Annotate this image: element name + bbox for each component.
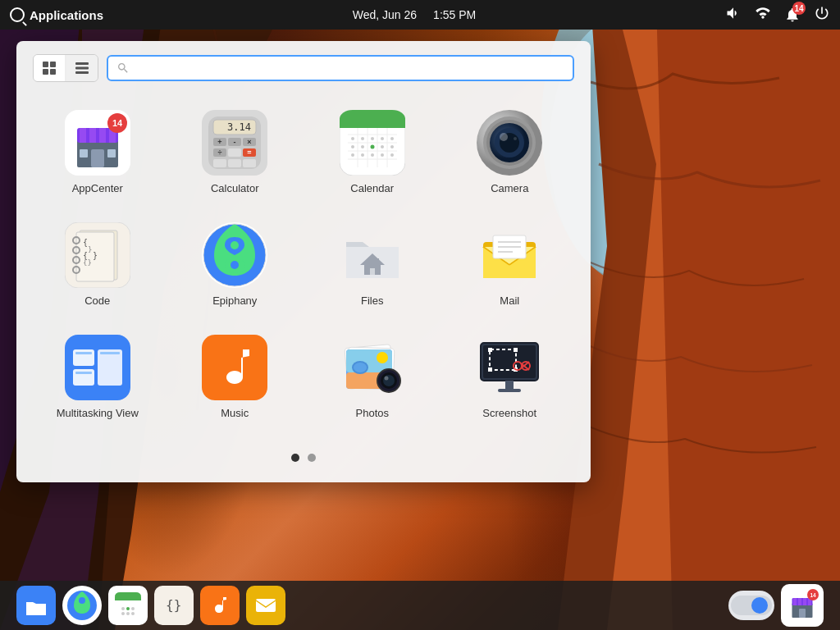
music-icon: [202, 335, 267, 400]
svg-text:14: 14: [112, 118, 123, 128]
dock: {} 14: [0, 581, 840, 630]
svg-point-147: [131, 612, 135, 615]
svg-point-61: [351, 153, 354, 157]
svg-rect-110: [202, 335, 267, 400]
svg-rect-156: [798, 598, 801, 605]
svg-point-118: [377, 352, 388, 363]
epiphany-icon: [202, 222, 267, 288]
svg-point-60: [390, 145, 394, 148]
app-item-camera[interactable]: Camera: [445, 100, 575, 204]
camera-icon: [477, 110, 542, 176]
app-item-music[interactable]: Music: [171, 325, 300, 429]
search-icon: [10, 7, 25, 22]
power-icon[interactable]: [814, 5, 830, 25]
svg-text:÷: ÷: [218, 148, 222, 157]
dock-item-appcenter[interactable]: 14: [781, 584, 824, 627]
svg-rect-107: [75, 352, 92, 354]
svg-point-73: [514, 137, 517, 140]
svg-point-58: [370, 145, 374, 149]
svg-rect-127: [514, 348, 518, 352]
svg-point-63: [371, 153, 374, 157]
svg-rect-38: [228, 159, 241, 167]
app-item-calendar[interactable]: Calendar: [308, 100, 437, 204]
app-item-files[interactable]: Files: [308, 212, 437, 317]
app-menu-label: Applications: [30, 8, 103, 22]
svg-rect-5: [50, 69, 56, 75]
calculator-icon: 3.14 + - × ÷ =: [202, 110, 267, 176]
svg-rect-13: [80, 128, 86, 143]
svg-rect-155: [793, 598, 797, 605]
svg-point-143: [126, 607, 130, 610]
dock-item-epiphany[interactable]: [62, 586, 102, 625]
time-label: 1:55 PM: [433, 8, 476, 21]
svg-point-55: [390, 137, 394, 140]
app-item-screenshot[interactable]: Screenshot: [445, 325, 575, 429]
grid-view-button[interactable]: [34, 55, 65, 81]
epiphany-label: Epiphany: [212, 294, 257, 307]
notification-bell-icon[interactable]: 14: [784, 7, 801, 23]
app-item-epiphany[interactable]: Epiphany: [171, 212, 300, 317]
app-item-code[interactable]: { } { } {} Code: [33, 212, 162, 317]
page-dot-2[interactable]: [308, 454, 316, 462]
svg-rect-135: [498, 389, 521, 392]
svg-point-51: [351, 137, 354, 140]
calculator-label: Calculator: [211, 182, 259, 194]
calendar-icon: [340, 110, 405, 176]
app-item-multitasking[interactable]: Multitasking View: [33, 325, 162, 429]
appcenter-icon: 14: [65, 110, 130, 176]
search-bar[interactable]: [107, 55, 574, 81]
dock-item-settings[interactable]: [728, 591, 774, 620]
volume-icon[interactable]: [725, 5, 742, 25]
svg-text:-: -: [234, 138, 236, 146]
svg-point-52: [361, 137, 364, 140]
svg-rect-128: [488, 368, 492, 372]
dock-item-calendar[interactable]: [108, 586, 148, 625]
app-item-photos[interactable]: Photos: [308, 325, 437, 429]
dock-item-code[interactable]: {}: [154, 586, 194, 625]
svg-point-56: [351, 145, 354, 148]
svg-point-138: [79, 607, 85, 614]
svg-point-57: [361, 145, 364, 148]
svg-point-64: [381, 153, 384, 157]
multitasking-label: Multitasking View: [57, 407, 139, 419]
app-menu-button[interactable]: Applications: [10, 7, 103, 22]
page-dot-1[interactable]: [291, 454, 299, 462]
app-item-mail[interactable]: Mail: [445, 212, 575, 317]
svg-rect-2: [43, 62, 48, 67]
svg-point-121: [383, 375, 395, 386]
svg-rect-126: [488, 348, 492, 352]
dock-item-mail[interactable]: [246, 586, 285, 625]
calendar-label: Calendar: [350, 182, 394, 194]
photos-label: Photos: [356, 407, 389, 419]
svg-text:×: ×: [248, 138, 252, 146]
app-item-appcenter[interactable]: 14 AppCenter: [33, 100, 162, 204]
svg-point-122: [384, 377, 388, 381]
svg-point-88: [231, 241, 239, 249]
camera-label: Camera: [491, 182, 528, 194]
svg-point-89: [231, 261, 239, 269]
svg-rect-42: [340, 118, 405, 128]
svg-text:14: 14: [810, 592, 816, 598]
dock-item-music[interactable]: [200, 586, 240, 625]
taskbar-center: Wed, Jun 26 1:55 PM: [353, 8, 477, 21]
svg-point-59: [381, 145, 384, 148]
notification-count: 14: [792, 2, 806, 15]
app-item-calculator[interactable]: 3.14 + - × ÷ = Cal: [171, 100, 300, 204]
svg-rect-93: [370, 268, 375, 275]
taskbar-right: 14: [725, 5, 830, 25]
svg-rect-94: [374, 258, 379, 265]
dock-item-files[interactable]: [16, 586, 56, 625]
svg-point-142: [121, 607, 125, 610]
search-input[interactable]: [136, 62, 564, 75]
network-icon[interactable]: [755, 5, 771, 25]
svg-rect-15: [99, 128, 106, 143]
svg-rect-4: [43, 69, 48, 75]
svg-text:{}: {}: [83, 258, 92, 267]
svg-rect-6: [75, 62, 89, 65]
list-view-button[interactable]: [66, 55, 98, 81]
svg-text:3.14: 3.14: [227, 121, 251, 133]
files-icon: [340, 222, 405, 288]
mail-label: Mail: [500, 294, 519, 307]
appcenter-label: AppCenter: [72, 182, 123, 194]
svg-point-62: [361, 153, 364, 157]
